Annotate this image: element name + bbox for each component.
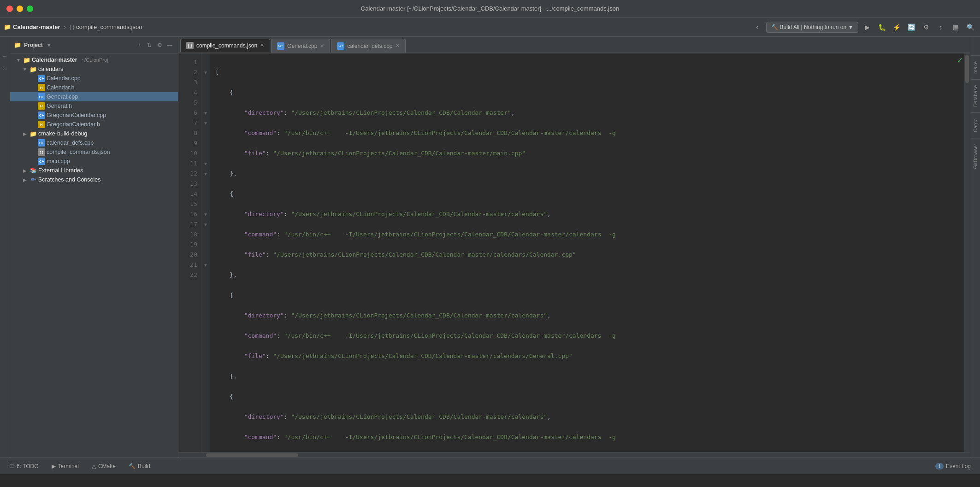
tree-general-h[interactable]: ▶ H General.h: [10, 101, 178, 111]
tab-close-2[interactable]: ✕: [320, 43, 324, 49]
json-icon-1: { }: [38, 148, 45, 156]
right-tab-make[interactable]: make: [971, 55, 980, 79]
file-icon: { }: [70, 24, 74, 30]
fold-2[interactable]: ▼: [201, 67, 210, 77]
right-tab-database[interactable]: Database: [971, 79, 980, 112]
project-name: Calendar-master: [13, 23, 60, 30]
strip-label-1: 1: [2, 55, 7, 58]
ext-lib-icon: 📚: [30, 167, 37, 174]
panel-dropdown-icon[interactable]: ▼: [47, 42, 52, 48]
window-controls: [6, 6, 33, 12]
tree-calendar-h[interactable]: ▶ H Calendar.h: [10, 83, 178, 92]
editor-area: { } compile_commands.json ✕ C+ General.c…: [178, 37, 970, 458]
project-label: 📁 Calendar-master: [4, 23, 60, 30]
tab-general-cpp-label: General.cpp: [287, 43, 317, 49]
tab-cpp-icon-2: C+: [337, 42, 344, 50]
line-2: {: [215, 88, 959, 98]
root-arrow: ▼: [15, 57, 22, 63]
profile-button[interactable]: ⚡: [891, 21, 903, 33]
code-editor: 1 2 3 4 5 6 7 8 9 10 11 12 13 14 15 16 1…: [178, 53, 970, 452]
window-title: Calendar-master [~/CLionProjects/Calenda…: [361, 5, 619, 12]
sync-icon[interactable]: ⇅: [145, 41, 154, 50]
add-icon[interactable]: ＋: [135, 41, 144, 50]
vcs-button[interactable]: ↕: [935, 21, 947, 33]
tree-gregorian-h[interactable]: ▶ H GregorianCalendar.h: [10, 120, 178, 129]
vertical-scrollbar[interactable]: [964, 53, 970, 452]
tab-calendar-defs-label: calendar_defs.cpp: [347, 43, 392, 49]
fold-gutter: ▼ ▼ ▼ ▼ ▼ ▼ ▼ ▼: [201, 53, 210, 452]
fold-6[interactable]: ▼: [201, 108, 210, 118]
maximize-button[interactable]: [27, 6, 33, 12]
line-18: "directory": "/Users/jetbrains/CLionProj…: [215, 412, 959, 422]
h-icon-1: H: [38, 84, 45, 91]
tab-compile-commands[interactable]: { } compile_commands.json ✕: [180, 39, 270, 53]
run-button[interactable]: ▶: [861, 21, 873, 33]
right-strip: make Database Cargo GitBrowser: [970, 37, 980, 458]
panel-folder-icon: 📁: [14, 41, 21, 48]
tree-general-cpp[interactable]: ▶ C+ General.cpp: [10, 92, 178, 101]
gear-icon[interactable]: ⚙: [155, 41, 164, 50]
tab-general-cpp[interactable]: C+ General.cpp ✕: [271, 39, 330, 53]
horizontal-scrollbar[interactable]: [178, 452, 970, 458]
line-17: {: [215, 392, 959, 402]
tab-cmake[interactable]: △ CMake: [86, 461, 121, 471]
minus-icon[interactable]: —: [165, 41, 174, 50]
main-cpp-name: main.cpp: [47, 158, 70, 164]
line-8: "directory": "/Users/jetbrains/CLionProj…: [215, 209, 959, 219]
tab-todo[interactable]: ☰ 6: TODO: [4, 461, 44, 471]
debug-button[interactable]: 🐛: [876, 21, 888, 33]
tree-root[interactable]: ▼ 📁 Calendar-master ~/CLionProj: [10, 55, 178, 65]
tab-close-3[interactable]: ✕: [396, 43, 400, 49]
fold-21[interactable]: ▼: [201, 260, 210, 270]
compile-commands-name: compile_commands.json: [47, 149, 110, 155]
tree-calendars[interactable]: ▼ 📁 calendars: [10, 65, 178, 74]
file-tabs: { } compile_commands.json ✕ C+ General.c…: [178, 37, 970, 53]
fold-7[interactable]: ▼: [201, 118, 210, 128]
close-button[interactable]: [6, 6, 13, 12]
tree-external-libs[interactable]: ▶ 📚 External Libraries: [10, 166, 178, 175]
settings-button[interactable]: ⚙: [920, 21, 932, 33]
tree-cmake-debug[interactable]: ▶ 📁 cmake-build-debug: [10, 129, 178, 138]
tree-calendar-defs[interactable]: ▶ C+ calendar_defs.cpp: [10, 138, 178, 147]
fold-16[interactable]: ▼: [201, 209, 210, 219]
tree-compile-commands[interactable]: ▶ { } compile_commands.json: [10, 147, 178, 157]
calendar-h-name: Calendar.h: [47, 84, 74, 91]
build-button[interactable]: 🔨 Build All | Nothing to run on ▼: [766, 22, 858, 33]
back-button[interactable]: ‹: [751, 21, 763, 33]
panel-toolbar-icons: ＋ ⇅ ⚙ —: [135, 41, 174, 50]
fold-1: [201, 57, 210, 67]
fold-11[interactable]: ▼: [201, 158, 210, 169]
event-log-badge: 1: [935, 463, 944, 469]
code-content[interactable]: [ { "directory": "/Users/jetbrains/CLion…: [210, 53, 964, 452]
fold-12[interactable]: ▼: [201, 169, 210, 179]
calendars-arrow: ▼: [22, 66, 28, 72]
line-1: [: [215, 67, 959, 77]
calendar-cpp-name: Calendar.cpp: [47, 75, 81, 82]
right-tab-cargo[interactable]: Cargo: [971, 112, 980, 138]
tab-close-1[interactable]: ✕: [260, 42, 264, 48]
tree-gregorian-cpp[interactable]: ▶ C+ GregorianCalendar.cpp: [10, 111, 178, 120]
tree-calendar-cpp[interactable]: ▶ C+ Calendar.cpp: [10, 74, 178, 83]
minimize-button[interactable]: [17, 6, 23, 12]
line-15: "file": "/Users/jetbrains/CLionProjects/…: [215, 351, 959, 361]
h-scrollbar-thumb[interactable]: [206, 453, 298, 457]
root-folder-icon: 📁: [23, 56, 30, 64]
fold-10: [201, 148, 210, 158]
tree-main-cpp[interactable]: ▶ C+ main.cpp: [10, 157, 178, 166]
tab-terminal[interactable]: ▶ Terminal: [46, 461, 84, 471]
ext-libs-name: External Libraries: [38, 167, 83, 174]
scrollbar-thumb[interactable]: [965, 55, 969, 83]
tab-calendar-defs[interactable]: C+ calendar_defs.cpp ✕: [331, 39, 405, 53]
project-panel: 📁 Project ▼ ＋ ⇅ ⚙ — ▼ 📁 Calendar-master …: [10, 37, 178, 458]
right-tab-gitbrowser[interactable]: GitBrowser: [971, 138, 980, 174]
cmake-button[interactable]: 🔄: [905, 21, 917, 33]
search-button[interactable]: 🔍: [964, 21, 976, 33]
status-right-area: 1 Event Log: [930, 461, 976, 471]
tab-build[interactable]: 🔨 Build: [123, 461, 156, 471]
tree-scratches[interactable]: ▶ ✏ Scratches and Consoles: [10, 175, 178, 184]
event-log-tab[interactable]: 1 Event Log: [930, 461, 976, 471]
main-toolbar: 📁 Calendar-master › { } compile_commands…: [0, 18, 980, 37]
terminal-button[interactable]: ▤: [950, 21, 962, 33]
build-dropdown-icon: ▼: [848, 24, 853, 30]
fold-17[interactable]: ▼: [201, 219, 210, 229]
